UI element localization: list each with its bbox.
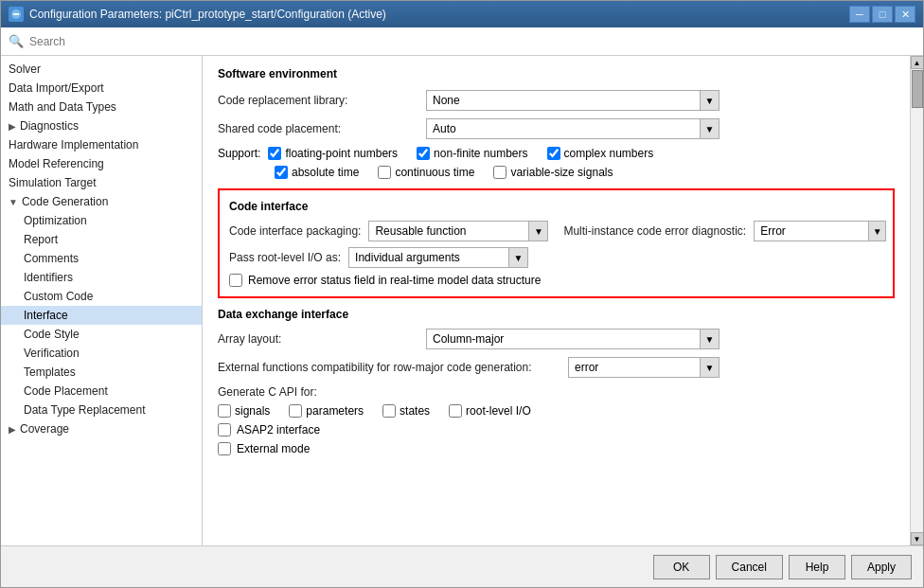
ext-functions-dropdown-btn[interactable]: ▼ — [700, 358, 719, 377]
sidebar-item-code-style[interactable]: Code Style — [1, 325, 202, 344]
signals-row: signals parameters states root-level I/O — [218, 404, 895, 418]
content-area: Solver Data Import/Export Math and Data … — [1, 56, 923, 545]
code-interface-title: Code interface — [229, 200, 883, 213]
array-layout-dropdown[interactable]: Column-major ▼ — [426, 329, 720, 349]
sidebar-item-diagnostics[interactable]: ▶ Diagnostics — [1, 116, 202, 135]
root-level-io-checkbox[interactable] — [449, 404, 462, 418]
software-env-title: Software environment — [218, 67, 895, 80]
absolute-time-checkbox[interactable] — [275, 166, 288, 179]
svg-rect-1 — [13, 13, 19, 15]
shared-code-placement-label: Shared code placement: — [218, 122, 426, 135]
code-interface-packaging-row: Code interface packaging: Reusable funct… — [229, 221, 883, 241]
code-interface-packaging-dropdown-btn[interactable]: ▼ — [528, 222, 547, 241]
array-layout-label: Array layout: — [218, 332, 426, 346]
title-bar-left: Configuration Parameters: piCtrl_prototy… — [9, 7, 386, 22]
multi-instance-dropdown[interactable]: Error ▼ — [754, 221, 886, 241]
continuous-time-checkbox[interactable] — [378, 166, 391, 179]
sidebar-item-verification[interactable]: Verification — [1, 344, 202, 363]
scroll-down-btn[interactable]: ▼ — [911, 532, 924, 545]
search-input[interactable] — [29, 35, 915, 48]
sidebar-item-interface[interactable]: Interface — [1, 306, 202, 325]
external-mode-row: External mode — [218, 442, 895, 455]
ext-functions-label: External functions compatibility for row… — [218, 361, 568, 374]
scroll-track — [911, 69, 924, 532]
bottom-buttons: OK Cancel Help Apply — [1, 545, 923, 587]
support-row-2: absolute time continuous time variable-s… — [218, 166, 895, 179]
sidebar-item-math-data-types[interactable]: Math and Data Types — [1, 98, 202, 116]
sidebar-item-data-type-replacement[interactable]: Data Type Replacement — [1, 401, 202, 419]
states-label: states — [400, 404, 430, 418]
shared-code-placement-dropdown-btn[interactable]: ▼ — [700, 119, 719, 138]
sidebar-item-optimization[interactable]: Optimization — [1, 211, 202, 230]
scroll-up-btn[interactable]: ▲ — [911, 56, 924, 69]
minimize-button[interactable]: ─ — [849, 6, 870, 23]
non-finite-checkbox[interactable] — [417, 147, 430, 160]
parameters-checkbox[interactable] — [289, 404, 302, 418]
sidebar-item-code-placement[interactable]: Code Placement — [1, 382, 202, 401]
sidebar-item-report[interactable]: Report — [1, 230, 202, 249]
main-window: Configuration Parameters: piCtrl_prototy… — [0, 0, 924, 588]
floating-point-checkbox[interactable] — [268, 147, 281, 160]
scroll-thumb[interactable] — [912, 70, 923, 108]
sidebar-item-code-generation[interactable]: ▼ Code Generation — [1, 192, 202, 211]
help-button[interactable]: Help — [789, 555, 845, 579]
title-bar: Configuration Parameters: piCtrl_prototy… — [1, 1, 923, 27]
multi-instance-label: Multi-instance code error diagnostic: — [563, 224, 746, 238]
root-level-io-label: root-level I/O — [466, 404, 531, 418]
maximize-button[interactable]: □ — [872, 6, 893, 23]
shared-code-placement-dropdown[interactable]: Auto ▼ — [426, 118, 720, 139]
remove-error-row: Remove error status field in real-time m… — [229, 274, 883, 287]
expand-arrow-code-generation: ▼ — [9, 197, 18, 207]
states-checkbox[interactable] — [382, 404, 396, 418]
asap2-row: ASAP2 interface — [218, 423, 895, 437]
window-title: Configuration Parameters: piCtrl_prototy… — [29, 8, 386, 21]
external-mode-checkbox[interactable] — [218, 442, 231, 455]
pass-root-dropdown[interactable]: Individual arguments ▼ — [348, 247, 528, 268]
sidebar-item-custom-code[interactable]: Custom Code — [1, 287, 202, 306]
code-replacement-library-dropdown-btn[interactable]: ▼ — [700, 91, 719, 110]
variable-size-signals-checkbox[interactable] — [493, 166, 506, 179]
scrollbar[interactable]: ▲ ▼ — [910, 56, 923, 545]
code-replacement-library-row: Code replacement library: None ▼ — [218, 90, 895, 111]
array-layout-dropdown-btn[interactable]: ▼ — [700, 330, 719, 348]
asap2-checkbox[interactable] — [218, 423, 231, 437]
sidebar-item-identifiers[interactable]: Identifiers — [1, 268, 202, 287]
sidebar-item-data-import-export[interactable]: Data Import/Export — [1, 79, 202, 98]
ext-functions-value: error — [569, 361, 700, 374]
non-finite-label: non-finite numbers — [434, 147, 527, 160]
sidebar-item-templates[interactable]: Templates — [1, 363, 202, 382]
apply-button[interactable]: Apply — [851, 555, 912, 579]
complex-numbers-checkbox[interactable] — [547, 147, 560, 160]
search-icon: 🔍 — [9, 34, 24, 48]
expand-arrow-coverage: ▶ — [9, 424, 16, 435]
cancel-button[interactable]: Cancel — [716, 555, 783, 579]
sidebar-item-comments[interactable]: Comments — [1, 249, 202, 268]
sidebar-item-simulation-target[interactable]: Simulation Target — [1, 173, 202, 192]
root-level-io-item: root-level I/O — [449, 404, 531, 418]
signals-checkbox[interactable] — [218, 404, 231, 418]
code-replacement-library-dropdown[interactable]: None ▼ — [426, 90, 720, 111]
ok-button[interactable]: OK — [653, 555, 710, 579]
data-exchange-title: Data exchange interface — [218, 308, 895, 321]
multi-instance-value: Error — [755, 224, 868, 238]
sidebar: Solver Data Import/Export Math and Data … — [1, 56, 203, 545]
shared-code-placement-row: Shared code placement: Auto ▼ — [218, 118, 895, 139]
asap2-label: ASAP2 interface — [237, 423, 320, 437]
code-replacement-library-label: Code replacement library: — [218, 94, 426, 107]
sidebar-item-coverage[interactable]: ▶ Coverage — [1, 419, 202, 438]
pass-root-dropdown-btn[interactable]: ▼ — [508, 248, 527, 267]
close-button[interactable]: ✕ — [895, 6, 915, 23]
app-icon — [9, 7, 24, 22]
ext-functions-dropdown[interactable]: error ▼ — [568, 357, 720, 378]
parameters-item: parameters — [289, 404, 364, 418]
signals-item: signals — [218, 404, 270, 418]
multi-instance-dropdown-btn[interactable]: ▼ — [868, 222, 885, 241]
pass-root-row: Pass root-level I/O as: Individual argum… — [229, 247, 883, 268]
sidebar-item-solver[interactable]: Solver — [1, 60, 202, 79]
code-interface-packaging-dropdown[interactable]: Reusable function ▼ — [368, 221, 548, 241]
remove-error-checkbox[interactable] — [229, 274, 242, 287]
sidebar-item-hardware-implementation[interactable]: Hardware Implementation — [1, 135, 202, 154]
pass-root-value: Individual arguments — [349, 251, 508, 264]
sidebar-item-model-referencing[interactable]: Model Referencing — [1, 154, 202, 173]
pass-root-label: Pass root-level I/O as: — [229, 251, 341, 264]
